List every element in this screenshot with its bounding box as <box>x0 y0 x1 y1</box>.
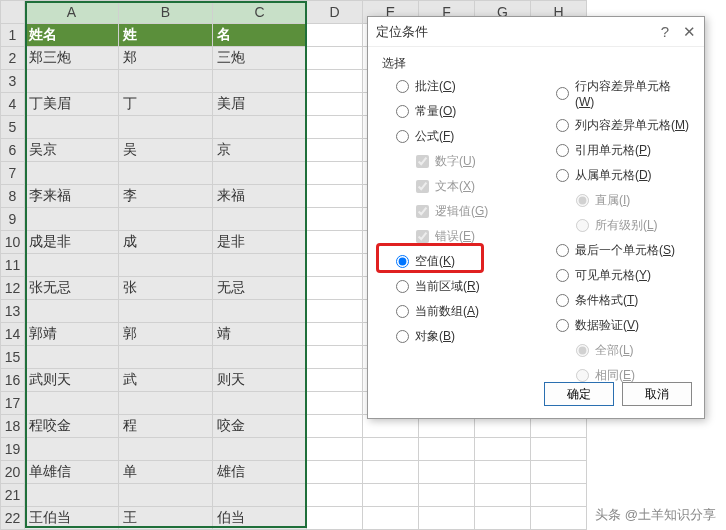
option[interactable]: 条件格式(T) <box>542 292 690 309</box>
option[interactable]: 可见单元格(Y) <box>542 267 690 284</box>
cell[interactable] <box>307 392 363 415</box>
radio-input[interactable] <box>396 280 409 293</box>
cell[interactable] <box>213 346 307 369</box>
cell[interactable]: 丁 <box>119 93 213 116</box>
cell[interactable] <box>475 484 531 507</box>
cell[interactable] <box>213 484 307 507</box>
ok-button[interactable]: 确定 <box>544 382 614 406</box>
cell[interactable]: 程咬金 <box>25 415 119 438</box>
cell[interactable]: 名 <box>213 24 307 47</box>
radio-input[interactable] <box>556 269 569 282</box>
row-header[interactable]: 21 <box>1 484 25 507</box>
cell[interactable] <box>213 70 307 93</box>
cell[interactable]: 李 <box>119 185 213 208</box>
cell[interactable]: 单雄信 <box>25 461 119 484</box>
cell[interactable] <box>213 438 307 461</box>
row-header[interactable]: 20 <box>1 461 25 484</box>
row-header[interactable]: 17 <box>1 392 25 415</box>
cell[interactable] <box>213 254 307 277</box>
row-header[interactable]: 22 <box>1 507 25 530</box>
cell[interactable] <box>213 116 307 139</box>
cell[interactable] <box>419 461 475 484</box>
cell[interactable] <box>419 507 475 530</box>
cell[interactable] <box>307 277 363 300</box>
cell[interactable] <box>307 415 363 438</box>
help-icon[interactable]: ? <box>661 17 669 47</box>
cell[interactable] <box>363 484 419 507</box>
cell[interactable] <box>531 484 587 507</box>
radio-input[interactable] <box>556 244 569 257</box>
cell[interactable]: 王 <box>119 507 213 530</box>
cell[interactable] <box>307 185 363 208</box>
cell[interactable] <box>307 461 363 484</box>
cell[interactable] <box>475 507 531 530</box>
radio-input[interactable] <box>396 305 409 318</box>
row-header[interactable]: 11 <box>1 254 25 277</box>
cell[interactable] <box>531 507 587 530</box>
cell[interactable] <box>213 300 307 323</box>
col-header-C[interactable]: C <box>213 1 307 24</box>
cell[interactable] <box>363 507 419 530</box>
cell[interactable]: 郑 <box>119 47 213 70</box>
cell[interactable]: 郭靖 <box>25 323 119 346</box>
cell[interactable] <box>25 392 119 415</box>
cell[interactable]: 成是非 <box>25 231 119 254</box>
row-header[interactable]: 10 <box>1 231 25 254</box>
option[interactable]: 对象(B) <box>382 328 542 345</box>
cell[interactable] <box>119 70 213 93</box>
option[interactable]: 公式(F) <box>382 128 542 145</box>
cell[interactable] <box>213 208 307 231</box>
radio-input[interactable] <box>556 319 569 332</box>
cell[interactable] <box>307 507 363 530</box>
cell[interactable] <box>119 392 213 415</box>
row-header[interactable]: 3 <box>1 70 25 93</box>
col-header-A[interactable]: A <box>25 1 119 24</box>
cell[interactable] <box>25 438 119 461</box>
row-header[interactable]: 8 <box>1 185 25 208</box>
option[interactable]: 从属单元格(D) <box>542 167 690 184</box>
cell[interactable]: 则天 <box>213 369 307 392</box>
option[interactable]: 列内容差异单元格(M) <box>542 117 690 134</box>
cell[interactable]: 靖 <box>213 323 307 346</box>
cell[interactable] <box>307 162 363 185</box>
cell[interactable] <box>25 484 119 507</box>
cell[interactable] <box>307 369 363 392</box>
cell[interactable] <box>307 346 363 369</box>
row-header[interactable]: 14 <box>1 323 25 346</box>
cell[interactable] <box>363 461 419 484</box>
row-header[interactable]: 5 <box>1 116 25 139</box>
cell[interactable]: 单 <box>119 461 213 484</box>
col-header-D[interactable]: D <box>307 1 363 24</box>
cell[interactable]: 美眉 <box>213 93 307 116</box>
option[interactable]: 行内容差异单元格(W) <box>542 78 690 109</box>
cell[interactable]: 是非 <box>213 231 307 254</box>
cell[interactable] <box>119 438 213 461</box>
option[interactable]: 引用单元格(P) <box>542 142 690 159</box>
radio-input[interactable] <box>556 144 569 157</box>
close-icon[interactable]: ✕ <box>683 17 696 47</box>
cell[interactable]: 京 <box>213 139 307 162</box>
cell[interactable] <box>213 392 307 415</box>
cell[interactable] <box>119 208 213 231</box>
option[interactable]: 数据验证(V) <box>542 317 690 334</box>
cell[interactable] <box>119 116 213 139</box>
cell[interactable] <box>25 254 119 277</box>
cell[interactable] <box>25 346 119 369</box>
row-header[interactable]: 13 <box>1 300 25 323</box>
cell[interactable]: 成 <box>119 231 213 254</box>
cell[interactable] <box>307 231 363 254</box>
row-header[interactable]: 9 <box>1 208 25 231</box>
radio-input[interactable] <box>396 330 409 343</box>
row-header[interactable]: 7 <box>1 162 25 185</box>
radio-input[interactable] <box>396 80 409 93</box>
cell[interactable]: 无忌 <box>213 277 307 300</box>
cell[interactable] <box>307 254 363 277</box>
cell[interactable] <box>475 461 531 484</box>
cell[interactable] <box>307 116 363 139</box>
cell[interactable]: 李来福 <box>25 185 119 208</box>
row-header[interactable]: 2 <box>1 47 25 70</box>
cell[interactable]: 姓 <box>119 24 213 47</box>
row-header[interactable]: 12 <box>1 277 25 300</box>
cell[interactable]: 程 <box>119 415 213 438</box>
row-header[interactable]: 6 <box>1 139 25 162</box>
